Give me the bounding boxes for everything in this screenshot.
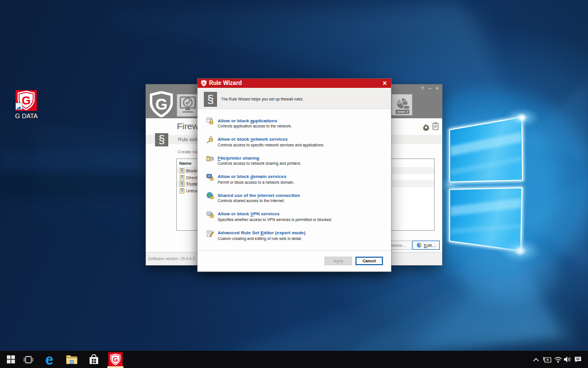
svg-text:G: G	[113, 356, 118, 363]
svg-text:G: G	[22, 94, 31, 107]
svg-text:G: G	[203, 81, 206, 85]
svg-text:G: G	[155, 95, 167, 113]
